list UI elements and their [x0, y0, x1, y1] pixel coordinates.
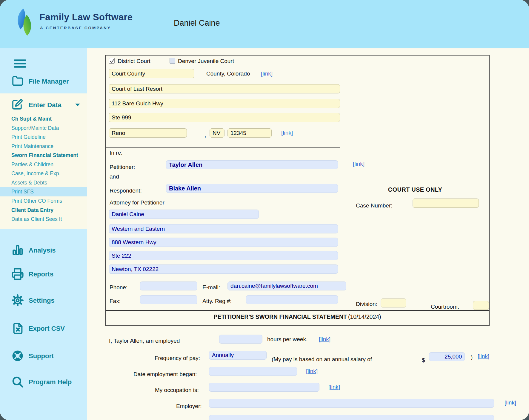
respondent-label: Respondent: [110, 187, 142, 194]
in-re-section-divider [106, 195, 489, 195]
courtroom-label: Courtroom: [431, 304, 459, 310]
attorney-name-field[interactable]: Daniel Caine [109, 210, 259, 219]
court-state-field[interactable]: NV [210, 128, 224, 138]
case-number-field[interactable] [413, 199, 479, 208]
case-number-label: Case Number: [356, 202, 393, 209]
courtroom-field[interactable] [473, 301, 489, 310]
division-field[interactable] [381, 299, 406, 307]
court-address-link[interactable]: [link] [281, 130, 293, 136]
frequency-of-pay-field[interactable]: Annually [209, 351, 267, 360]
salary-prefix-label: (My pay is based on an annual salary of [272, 356, 372, 363]
sidebar-item-print-guideline[interactable]: Print Guideline [0, 133, 87, 142]
sidebar-item-enter-data[interactable] [12, 99, 23, 111]
employer-address-field[interactable] [209, 415, 494, 420]
bar-chart-icon [11, 244, 24, 256]
sidebar-item-data-as-client-sees-it[interactable]: Data as Client Sees It [0, 215, 87, 224]
atty-reg-label: Atty. Reg #: [202, 298, 232, 304]
denver-juvenile-court-checkbox[interactable] [170, 58, 175, 64]
occupation-field[interactable] [209, 383, 319, 392]
court-zip-field[interactable]: 12345 [227, 128, 272, 138]
date-employment-link[interactable]: [link] [306, 368, 318, 375]
occupation-link[interactable]: [link] [328, 384, 340, 390]
sidebar-item-print-other-co-forms[interactable]: Print Other CO Forms [0, 196, 87, 206]
sidebar-item-print-maintenance[interactable]: Print Maintenance [0, 142, 87, 151]
sidebar-item-ch-supt-maint[interactable]: Ch Supt & Maint [0, 114, 87, 124]
sidebar-item-reports-label[interactable]: Reports [29, 270, 53, 278]
county-link[interactable]: [link] [261, 70, 273, 77]
chevron-down-icon[interactable] [75, 104, 80, 106]
sidebar-item-analysis-label[interactable]: Analysis [29, 247, 56, 254]
email-field[interactable]: dan.caine@familylawsoftware.com [227, 281, 346, 290]
form-title-row: PETITIONER'S SWORN FINANCIAL STATEMENT(1… [106, 310, 489, 329]
sidebar-item-support-label[interactable]: Support [29, 352, 54, 360]
annual-salary-field[interactable]: 25,000 [429, 352, 465, 361]
petitioner-label: Petitioner: [110, 164, 135, 170]
attorney-address1-field[interactable]: 888 Western Hwy [109, 238, 338, 247]
phone-label: Phone: [110, 284, 127, 291]
logo-title: Family Law Software [39, 12, 133, 23]
city-state-comma: , [204, 132, 206, 139]
salary-link[interactable]: [link] [478, 353, 489, 360]
court-county-field[interactable]: Court County [109, 69, 194, 78]
life-ring-icon [11, 350, 24, 362]
respondent-name-field[interactable]: Blake Allen [166, 184, 338, 193]
sidebar-item-export-csv-label[interactable]: Export CSV [29, 325, 65, 333]
district-court-checkbox[interactable] [109, 58, 115, 64]
attorney-city-state-zip-field[interactable]: Newton, TX 02222 [109, 264, 338, 274]
hours-per-week-label: hours per week. [267, 336, 307, 343]
county-colorado-label: County, Colorado [206, 70, 250, 77]
date-employment-began-field[interactable] [209, 367, 297, 376]
edit-icon [12, 99, 23, 110]
sidebar-item-sworn-financial-statement[interactable]: Sworn Financial Statement [0, 151, 87, 160]
family-law-software-logo-icon [15, 8, 35, 36]
sidebar-item-export-csv[interactable] [12, 322, 24, 336]
salary-close-paren: ) [471, 354, 473, 361]
sidebar-item-settings-label[interactable]: Settings [29, 297, 55, 304]
client-name-title: Daniel Caine [174, 19, 220, 28]
phone-field[interactable] [140, 281, 197, 290]
sidebar-item-print-sfs[interactable]: Print SFS [0, 187, 87, 196]
division-label: Division: [356, 301, 377, 307]
occupation-label: My occupation is: [155, 387, 199, 393]
folder-icon [12, 75, 23, 87]
employer-link[interactable]: [link] [505, 399, 516, 406]
court-section-divider [106, 147, 340, 148]
sidebar-item-file-manager-label[interactable]: File Manager [29, 78, 69, 85]
sidebar-item-support[interactable] [11, 350, 24, 363]
court-city-field[interactable]: Reno [109, 128, 187, 138]
sidebar-item-analysis[interactable] [11, 244, 24, 258]
and-label: and [110, 173, 119, 180]
court-use-link[interactable]: [link] [353, 161, 365, 167]
search-icon [11, 376, 24, 388]
court-name-field[interactable]: Court of Last Resort [109, 84, 340, 93]
district-court-label: District Court [118, 58, 150, 64]
court-address2-field[interactable]: Ste 999 [109, 113, 340, 122]
petitioner-name-field[interactable]: Taylor Allen [166, 160, 338, 169]
frequency-of-pay-label: Frequency of pay: [155, 355, 200, 361]
court-use-only-heading: COURT USE ONLY [340, 186, 490, 193]
in-re-label: In re: [110, 150, 122, 156]
employer-field[interactable] [209, 399, 494, 408]
hours-link[interactable]: [link] [319, 336, 330, 343]
sidebar-item-settings[interactable] [11, 294, 24, 308]
app-window: Family Law Software A CENTERBASE COMPANY… [0, 0, 529, 420]
attorney-address2-field[interactable]: Ste 222 [109, 251, 338, 260]
atty-reg-field[interactable] [246, 295, 338, 304]
sidebar-item-parties-children[interactable]: Parties & Children [0, 160, 87, 169]
sidebar-item-enter-data-label[interactable]: Enter Data [29, 101, 61, 109]
attorney-firm-field[interactable]: Western and Eastern [109, 224, 338, 233]
sidebar-item-assets-debts[interactable]: Assets & Debts [0, 178, 87, 187]
sidebar-item-reports[interactable] [11, 268, 24, 281]
sidebar-item-support-maintc-data[interactable]: Support/Maintc Data [0, 124, 87, 133]
sidebar-item-case-income-exp[interactable]: Case, Income & Exp. [0, 169, 87, 178]
court-address1-field[interactable]: 112 Bare Gulch Hwy [109, 99, 340, 108]
form-title-date: (10/14/2024) [348, 313, 381, 320]
sidebar-item-program-help[interactable] [11, 376, 24, 389]
sidebar-item-file-manager[interactable] [12, 75, 23, 88]
sidebar-item-client-data-entry[interactable]: Client Data Entry [0, 206, 87, 215]
fax-field[interactable] [140, 295, 197, 304]
hours-per-week-field[interactable] [219, 335, 262, 344]
menu-icon[interactable] [13, 59, 27, 69]
date-employment-began-label: Date employment began: [133, 371, 197, 378]
sidebar-item-program-help-label[interactable]: Program Help [29, 378, 72, 386]
